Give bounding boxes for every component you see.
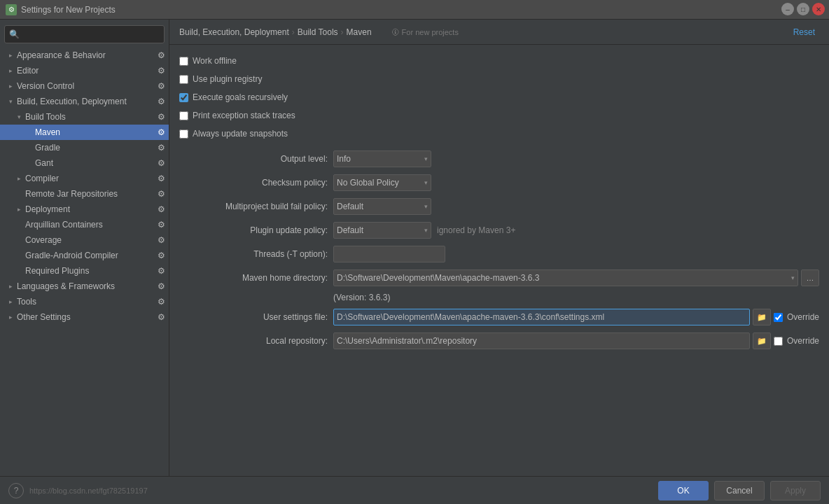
sidebar-item-build-execution[interactable]: Build, Execution, Deployment ⚙	[0, 94, 169, 109]
multiproject-fail-dropdown[interactable]: Default ▾	[333, 198, 431, 215]
output-level-row: Output level: Info ▾	[179, 150, 819, 168]
arrow-icon	[6, 66, 15, 76]
chevron-down-icon: ▾	[791, 274, 795, 281]
execute-goals-checkbox[interactable]	[179, 93, 188, 102]
maven-home-dropdown[interactable]: D:\Software\Development\Maven\apache-mav…	[333, 270, 798, 286]
checkbox-execute-goals: Execute goals recursively	[179, 90, 819, 105]
sidebar-item-compiler[interactable]: Compiler ⚙	[0, 171, 169, 186]
arrow-icon	[6, 297, 15, 307]
print-exception-label[interactable]: Print exception stack traces	[193, 111, 295, 120]
execute-goals-label[interactable]: Execute goals recursively	[193, 92, 288, 102]
close-button[interactable]: ✕	[812, 3, 825, 15]
sidebar-item-maven[interactable]: Maven ⚙	[0, 125, 169, 140]
breadcrumb-sep-2: ›	[341, 27, 344, 37]
checksum-policy-dropdown[interactable]: No Global Policy ▾	[333, 174, 431, 191]
sidebar-item-required-plugins[interactable]: Required Plugins ⚙	[0, 263, 169, 279]
checkbox-always-update: Always update snapshots	[179, 126, 819, 141]
sidebar-item-label: Gradle	[35, 143, 153, 153]
sidebar-item-label: Gant	[35, 158, 153, 168]
checksum-policy-label: Checksum policy:	[179, 178, 333, 188]
user-settings-browse-button[interactable]: 📁	[753, 309, 771, 326]
settings-icon: ⚙	[156, 127, 166, 137]
sidebar-item-arquillian[interactable]: Arquillian Containers ⚙	[0, 217, 169, 232]
use-plugin-registry-label[interactable]: Use plugin registry	[193, 74, 262, 84]
local-repo-row: Local repository: 📁 Override	[179, 332, 819, 350]
breadcrumb-part-1: Build, Execution, Deployment	[179, 27, 289, 37]
sidebar-item-label: Editor	[17, 66, 153, 76]
sidebar-item-coverage[interactable]: Coverage ⚙	[0, 232, 169, 248]
settings-icon: ⚙	[156, 189, 166, 199]
sidebar-item-gradle-android[interactable]: Gradle-Android Compiler ⚙	[0, 248, 169, 263]
threads-row: Threads (-T option):	[179, 245, 819, 263]
always-update-label[interactable]: Always update snapshots	[193, 129, 288, 139]
window-controls[interactable]: – □ ✕	[781, 3, 825, 15]
output-level-dropdown[interactable]: Info ▾	[333, 150, 431, 167]
always-update-snapshots-checkbox[interactable]	[179, 130, 188, 139]
sidebar-item-remote-jar[interactable]: Remote Jar Repositories ⚙	[0, 186, 169, 202]
apply-button[interactable]: Apply	[770, 481, 821, 500]
settings-icon: ⚙	[156, 97, 166, 106]
settings-icon: ⚙	[156, 143, 166, 153]
sidebar-item-deployment[interactable]: Deployment ⚙	[0, 202, 169, 217]
settings-icon: ⚙	[156, 251, 166, 260]
local-repo-input[interactable]	[333, 332, 750, 349]
plugin-update-dropdown[interactable]: Default ▾	[333, 222, 431, 239]
settings-icon: ⚙	[156, 220, 166, 230]
cancel-button[interactable]: Cancel	[714, 481, 765, 500]
settings-icon: ⚙	[156, 204, 166, 214]
sidebar-item-gant[interactable]: Gant ⚙	[0, 155, 169, 171]
chevron-down-icon: ▾	[424, 227, 428, 234]
override-user-settings-label[interactable]: Override	[787, 312, 819, 322]
arrow-icon	[14, 266, 24, 276]
user-settings-override-checkbox[interactable]	[774, 313, 783, 322]
search-icon: 🔍	[9, 29, 20, 39]
user-settings-label: User settings file:	[179, 312, 333, 322]
arrow-icon	[14, 235, 24, 245]
maximize-button[interactable]: □	[797, 3, 809, 15]
minimize-button[interactable]: –	[781, 3, 794, 15]
work-offline-checkbox[interactable]	[179, 57, 188, 66]
local-repo-path-row: 📁 Override	[333, 332, 819, 349]
checkbox-use-plugin-registry: Use plugin registry	[179, 71, 819, 87]
sidebar: 🔍 Appearance & Behavior ⚙ Editor ⚙ Versi…	[0, 20, 169, 476]
settings-icon: ⚙	[156, 174, 166, 183]
sidebar-item-other-settings[interactable]: Other Settings ⚙	[0, 309, 169, 325]
breadcrumb-part-3: Maven	[347, 27, 372, 37]
sidebar-item-build-tools[interactable]: Build Tools ⚙	[0, 109, 169, 125]
checksum-policy-value: No Global Policy	[337, 178, 399, 188]
sidebar-item-label: Languages & Frameworks	[17, 281, 153, 291]
content-area: Build, Execution, Deployment › Build Too…	[169, 20, 829, 476]
maven-home-browse-button[interactable]: …	[801, 270, 819, 286]
output-level-label: Output level:	[179, 154, 333, 164]
info-icon: 🛈	[391, 28, 399, 36]
plugin-update-label: Plugin update policy:	[179, 225, 333, 235]
override-local-repo-label[interactable]: Override	[787, 336, 819, 346]
arrow-icon	[6, 97, 15, 106]
user-settings-input[interactable]	[333, 309, 750, 326]
use-plugin-registry-checkbox[interactable]	[179, 75, 188, 84]
sidebar-item-editor[interactable]: Editor ⚙	[0, 63, 169, 78]
work-offline-label[interactable]: Work offline	[193, 56, 237, 66]
version-text: (Version: 3.6.3)	[333, 293, 819, 302]
sidebar-item-languages[interactable]: Languages & Frameworks ⚙	[0, 279, 169, 294]
arrow-icon	[14, 112, 24, 122]
search-box[interactable]: 🔍	[4, 25, 165, 43]
arrow-icon	[6, 50, 15, 60]
sidebar-item-gradle[interactable]: Gradle ⚙	[0, 140, 169, 155]
sidebar-item-label: Arquillian Containers	[25, 220, 153, 230]
print-exception-checkbox[interactable]	[179, 111, 188, 120]
search-input[interactable]	[22, 29, 160, 39]
arrow-icon	[24, 158, 34, 168]
threads-input[interactable]	[333, 246, 445, 262]
help-button[interactable]: ?	[8, 483, 24, 498]
reset-button[interactable]: Reset	[789, 26, 819, 38]
ok-button[interactable]: OK	[658, 481, 709, 500]
arrow-icon	[14, 174, 24, 183]
sidebar-item-tools[interactable]: Tools ⚙	[0, 294, 169, 309]
multiproject-fail-value: Default	[337, 202, 363, 211]
sidebar-item-version-control[interactable]: Version Control ⚙	[0, 78, 169, 94]
local-repo-override-checkbox[interactable]	[774, 337, 783, 346]
sidebar-item-appearance[interactable]: Appearance & Behavior ⚙	[0, 48, 169, 63]
sidebar-item-label: Appearance & Behavior	[17, 50, 153, 60]
local-repo-browse-button[interactable]: 📁	[753, 332, 771, 349]
